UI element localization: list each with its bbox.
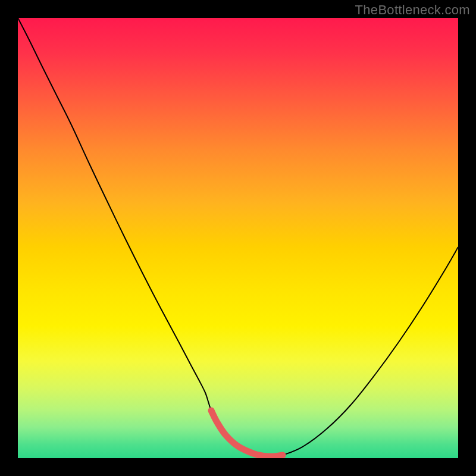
chart-frame: TheBottleneck.com bbox=[0, 0, 476, 476]
curve-overlay bbox=[18, 18, 458, 458]
watermark-text: TheBottleneck.com bbox=[355, 2, 470, 18]
black-curve bbox=[18, 18, 458, 456]
plot-area bbox=[18, 18, 458, 458]
red-bottom-marker bbox=[211, 411, 283, 456]
